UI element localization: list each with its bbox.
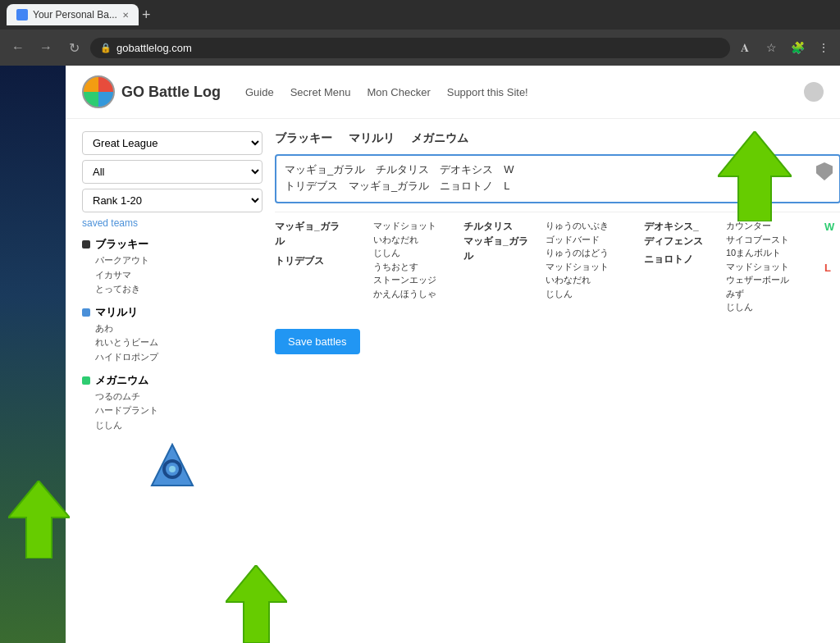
opp1-move-2: ゴッドバード [546,233,636,247]
menu-icon[interactable]: ⋮ [814,41,833,54]
moves-list-marill: あわ れいとうビーム ハイドロポンプ [82,322,262,365]
team-name-2: マリルリ [349,131,395,146]
team-name-3: メガニウム [411,131,468,146]
refresh-button[interactable]: ↻ [62,40,85,56]
star-icon[interactable]: ☆ [761,41,781,54]
pokemon-name-row-marill: マリルリ [82,305,262,320]
opp2-move-6: みず [726,287,816,301]
opp1-move-5: いわなだれ [546,273,636,287]
my-move-3: じしん [373,246,455,260]
pokemon-entry-meganium: メガニウム つるのムチ ハードプラント じしん [82,373,262,433]
forward-button[interactable]: → [34,40,57,55]
opp1-move-4: マッドショット [546,260,636,274]
pokemon-color-dot-marill [82,308,90,317]
team-name-1: ブラッキー [275,131,332,146]
result-w: W [824,219,840,235]
move-item: ハードプラント [95,404,262,418]
moves-list-umbreon: パークアウト イカサマ とっておき [82,253,262,297]
tab-title: Your Personal Ba... [33,9,117,21]
site-header: GO Battle Log Guide Secret Menu Mon Chec… [66,66,840,119]
logo: GO Battle Log [82,75,221,108]
moves-list-meganium: つるのムチ ハードプラント じしん [82,390,262,433]
battle-section: マッギョ_ガラル トリデブス マッドショット いわなだれ じしん うちおとす ス… [275,212,840,321]
left-arrow-container [8,481,70,561]
rank-select[interactable]: Rank 1-20 [82,189,262,212]
content-body: Great League All Rank 1-20 saved teams ブ… [66,119,840,510]
opp2-move-5: ウェザーボール [726,273,816,287]
toolbar-icons: 𝐀 ☆ 🧩 ⋮ [735,41,833,55]
extensions-icon[interactable]: 🧩 [788,41,807,54]
battle-row-1: マッギョ_ガラル トリデブス マッドショット いわなだれ じしん うちおとす ス… [275,212,840,321]
user-avatar[interactable] [804,82,824,102]
league-select[interactable]: Great League [82,131,262,155]
pokemon-entry-umbreon: ブラッキー パークアウト イカサマ とっておき [82,237,262,297]
my-move-6: かえんほうしゃ [373,287,455,301]
opp1-pokemon-1: チルタリス [463,219,537,234]
move-item: イカサマ [95,268,262,283]
pokemon-color-dot-meganium [82,376,90,385]
move-item: じしん [95,418,262,433]
close-tab-button[interactable]: ✕ [122,11,129,20]
opp1-move-3: りゅうのはどう [546,246,636,260]
nav-guide[interactable]: Guide [245,86,274,98]
saved-teams-link[interactable]: saved teams [82,217,262,229]
right-content: ブラッキー マリルリ メガニウム マッギョ_ガラル チルタリス デオキシス W … [275,131,840,498]
battle-opp1-moves: りゅうのいぶき ゴッドバード りゅうのはどう マッドショット いわなだれ じしん [546,219,636,300]
save-battles-button[interactable]: Save battles [275,329,360,354]
battle-my-team: マッギョ_ガラル トリデブス [275,219,365,268]
logo-icon [82,75,115,108]
pokemon-name-marill: マリルリ [95,305,138,320]
my-move-2: いわなだれ [373,233,455,247]
secure-icon: 🔒 [100,43,112,53]
move-item: れいとうビーム [95,335,262,350]
opp1-pokemon-2: マッギョ_ガラル [463,234,537,263]
pokemon-name-row-meganium: メガニウム [82,373,262,388]
green-arrow-left-bottom [8,481,70,559]
nav-support[interactable]: Support this Site! [447,86,528,98]
svg-marker-5 [226,565,287,643]
nav-secret-menu[interactable]: Secret Menu [290,86,351,98]
battle-results: W L [824,219,840,276]
green-arrow-bottom [226,565,287,643]
move-item: つるのムチ [95,390,262,404]
nav-links: Guide Secret Menu Mon Checker Support th… [245,86,528,98]
pokemon-name-row: ブラッキー [82,237,262,252]
move-item: とっておき [95,282,262,297]
result-l: L [824,260,840,276]
main-area: GO Battle Log Guide Secret Menu Mon Chec… [66,66,840,643]
my-move-1: マッドショット [373,219,455,233]
opp2-pokemon-1: デオキシス_ディフェンス [644,219,718,249]
my-move-4: うちおとす [373,260,455,274]
translate-icon[interactable]: 𝐀 [735,41,755,55]
browser-tab[interactable]: Your Personal Ba... ✕ [7,4,139,25]
address-bar-row: ← → ↻ 🔒 gobattlelog.com 𝐀 ☆ 🧩 ⋮ [0,30,840,66]
league-logo-area [82,440,262,498]
address-bar[interactable]: 🔒 gobattlelog.com [90,38,730,58]
pokemon-color-dot [82,240,90,249]
left-panel: Great League All Rank 1-20 saved teams ブ… [82,131,262,498]
league-logo-svg [148,440,197,498]
right-arrow-container [718,131,792,224]
opp2-move-2: サイコブースト [726,233,816,247]
move-item: ハイドロポンプ [95,350,262,365]
opp2-pokemon-2: ニョロトノ [644,252,718,267]
my-pokemon-1: マッギョ_ガラル [275,219,365,249]
filter-select[interactable]: All [82,160,262,184]
pokemon-name-meganium: メガニウム [95,373,148,388]
battle-opp2-moves: カウンター サイコブースト 10まんボルト マッドショット ウェザーボール みず… [726,219,816,314]
green-arrow-right [718,131,792,221]
svg-marker-6 [8,481,70,559]
back-button[interactable]: ← [7,40,30,55]
shield-icon [816,162,833,180]
battle-opp1-name: チルタリス マッギョ_ガラル [463,219,537,263]
move-item: パークアウト [95,253,262,268]
browser-chrome: Your Personal Ba... ✕ + ← → ↻ 🔒 gobattle… [0,0,840,66]
url-text: gobattlelog.com [116,42,192,54]
nav-mon-checker[interactable]: Mon Checker [367,86,430,98]
bottom-arrow-container [226,565,287,643]
tab-bar: Your Personal Ba... ✕ + [0,0,840,30]
pokemon-name: ブラッキー [95,237,148,252]
opp1-move-6: じしん [546,287,636,301]
opp1-move-1: りゅうのいぶき [546,219,636,233]
new-tab-button[interactable]: + [142,7,151,24]
